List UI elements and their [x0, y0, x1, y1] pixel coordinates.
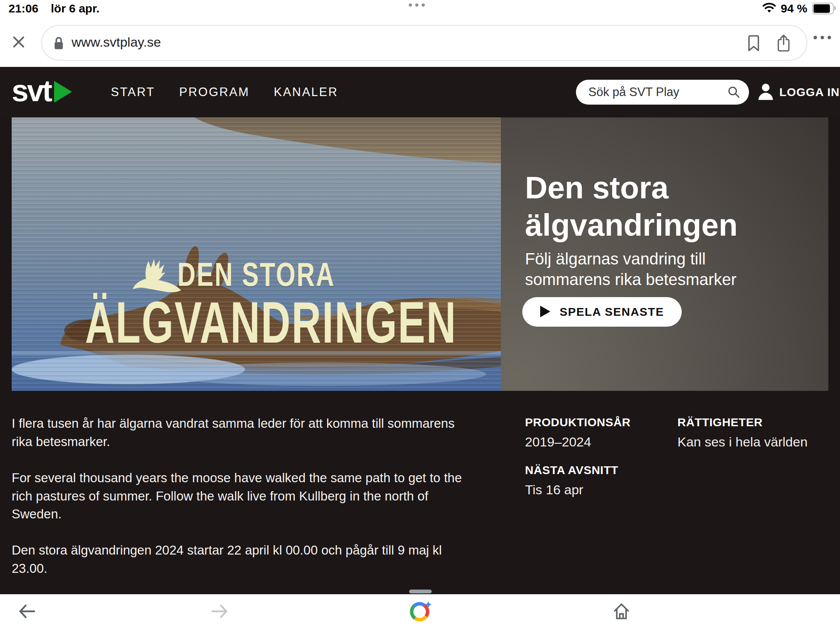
svtplay-header: svt START PROGRAM KANALER LOGGA IN [0, 67, 840, 117]
search-input[interactable] [576, 80, 749, 105]
hero-image-title-line2: ÄLGVANDRINGEN [85, 293, 428, 352]
metadata-rights: RÄTTIGHETER Kan ses i hela världen [677, 416, 808, 450]
login-label: LOGGA IN [779, 86, 840, 99]
svt-logo-play-triangle-icon [54, 81, 72, 103]
show-description: I flera tusen år har älgarna vandrat sam… [12, 415, 471, 596]
svt-logo-text: svt [12, 75, 51, 106]
play-latest-label: SPELA SENASTE [560, 305, 664, 318]
search-box[interactable] [576, 80, 749, 105]
multitasking-dots-icon: ••• [408, 0, 428, 12]
forward-button[interactable] [210, 601, 230, 623]
google-app-button[interactable]: ✦ [410, 602, 430, 622]
close-tab-button[interactable] [9, 33, 28, 51]
url-text[interactable]: www.svtplay.se [72, 35, 161, 50]
bottom-toolbar: ✦ 9 [0, 594, 840, 630]
secure-lock-icon [52, 36, 65, 53]
play-icon [540, 306, 550, 318]
production-year-label: PRODUKTIONSÅR [525, 416, 631, 429]
hero-image-title-line1: DEN STORA [73, 257, 440, 291]
status-time: 21:06 [9, 2, 38, 15]
metadata-production-year: PRODUKTIONSÅR 2019–2024 [525, 416, 631, 450]
play-latest-button[interactable]: SPELA SENASTE [522, 297, 682, 327]
bookmark-icon[interactable] [747, 34, 761, 54]
back-button[interactable] [16, 601, 37, 623]
status-bar: 21:06 lör 6 apr. ••• 94 % [0, 0, 840, 17]
main-navigation: START PROGRAM KANALER [111, 67, 338, 117]
show-title: Den stora älgvandringen [525, 169, 789, 244]
hero-info-panel: Den stora älgvandringen Följ älgarnas va… [501, 117, 828, 391]
description-paragraph-english: For several thousand years the moose hav… [12, 469, 471, 524]
browser-menu-button[interactable] [814, 36, 831, 39]
battery-percent: 94 % [781, 2, 807, 15]
sparkle-icon: ✦ [424, 599, 432, 611]
nav-item-kanaler[interactable]: KANALER [274, 85, 338, 99]
url-bar[interactable]: www.svtplay.se [41, 25, 807, 61]
rights-label: RÄTTIGHETER [677, 416, 808, 429]
status-date: lör 6 apr. [51, 2, 100, 15]
browser-toolbar: www.svtplay.se [0, 17, 840, 67]
production-year-value: 2019–2024 [525, 434, 631, 450]
hero-image[interactable]: DEN STORA ÄLGVANDRINGEN [12, 117, 501, 391]
next-episode-label: NÄSTA AVSNITT [525, 464, 618, 477]
next-episode-value: Tis 16 apr [525, 482, 618, 497]
login-button[interactable]: LOGGA IN [758, 67, 840, 117]
user-icon [758, 83, 774, 102]
battery-icon [812, 3, 834, 14]
nav-item-program[interactable]: PROGRAM [179, 85, 250, 99]
show-subtitle: Följ älgarnas vandring till sommarens ri… [525, 249, 747, 290]
rights-value: Kan ses i hela världen [677, 434, 808, 450]
search-icon[interactable] [727, 86, 740, 100]
home-button[interactable] [611, 601, 632, 623]
drag-handle[interactable] [409, 590, 432, 593]
description-paragraph-swedish: I flera tusen år har älgarna vandrat sam… [12, 415, 471, 451]
hero-section: DEN STORA ÄLGVANDRINGEN Den stora älgvan… [12, 117, 828, 391]
metadata-next-episode: NÄSTA AVSNITT Tis 16 apr [525, 464, 618, 497]
wifi-icon [762, 3, 776, 15]
description-paragraph-dates: Den stora älgvandringen 2024 startar 22 … [12, 541, 471, 578]
share-icon[interactable] [775, 33, 792, 54]
ipad-screen: 21:06 lör 6 apr. ••• 94 % www.svtplay.se [0, 0, 840, 630]
nav-item-start[interactable]: START [111, 85, 155, 99]
svt-play-logo[interactable]: svt [12, 75, 72, 106]
